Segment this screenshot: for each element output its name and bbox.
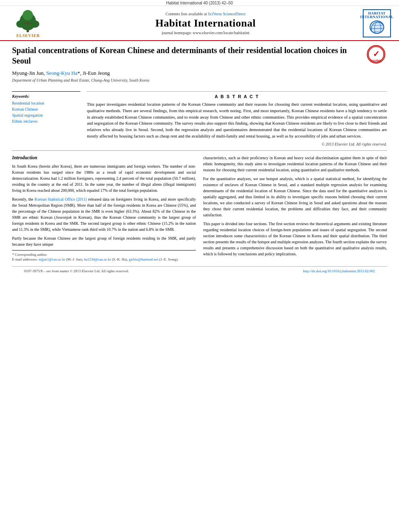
journal-title: Habitat International: [56, 17, 356, 29]
keyword-2[interactable]: Korean Chinese: [12, 106, 80, 112]
journal-center: Contents lists available at SciVerse Sci…: [56, 12, 356, 35]
footnote-area: * Corresponding author. E-mail addresses…: [12, 250, 196, 262]
elsevier-tree-icon: [12, 8, 44, 33]
section-divider: [12, 150, 387, 151]
email-link-jun[interactable]: mjjun1@cau.ac.kr: [39, 257, 65, 261]
journal-header: ELSEVIER Contents lists available at Sci…: [0, 6, 399, 41]
crossmark-icon: ✓ CrossMark: [367, 45, 385, 64]
footnote-emails: E-mail addresses: mjjun1@cau.ac.kr (M.-J…: [12, 257, 196, 262]
bottom-bar: 0197-3975/$ – see front matter © 2013 El…: [12, 266, 387, 275]
article-authors: Myung-Jin Jun, Seong-Kyu Ha*, Ji-Eun Jeo…: [12, 70, 359, 76]
habitat-badge-title: HABITATINTERNATIONAL: [360, 12, 394, 20]
keywords-abstract-section: Keywords: Residential location Korean Ch…: [12, 91, 387, 146]
author-link-ha[interactable]: Seong-Kyu Ha: [46, 70, 78, 76]
abstract-section: A B S T R A C T This paper investigates …: [87, 91, 387, 146]
keyword-1[interactable]: Residential location: [12, 100, 80, 106]
article-title-section: Spatial concentrations of Korean Chinese…: [12, 45, 387, 88]
svg-point-2: [16, 21, 25, 28]
journal-homepage: journal homepage: www.elsevier.com/locat…: [56, 31, 356, 35]
contents-line: Contents lists available at SciVerse Sci…: [56, 12, 356, 16]
email-link-jeong[interactable]: girlsla@hanmail.net: [129, 257, 158, 261]
body-para-6: This paper is divided into four sections…: [203, 221, 387, 257]
body-para-2: Recently, the Korean Statistical Office …: [12, 196, 196, 232]
keyword-3[interactable]: Spatial segregation: [12, 112, 80, 118]
body-para-5: For the quantitative analyzes, we use ho…: [203, 176, 387, 218]
abstract-copyright: © 2013 Elsevier Ltd. All rights reserved…: [87, 142, 387, 146]
habitat-globe-icon: [370, 21, 384, 33]
article-title: Spatial concentrations of Korean Chinese…: [12, 45, 359, 66]
habitat-badge: HABITATINTERNATIONAL: [359, 9, 395, 37]
sciverse-link[interactable]: SciVerse ScienceDirect: [208, 12, 246, 16]
article-affiliation: Department of Urban Planning and Real Es…: [12, 78, 359, 82]
article-main: Spatial concentrations of Korean Chinese…: [0, 41, 399, 279]
bottom-doi[interactable]: http://dx.doi.org/10.1016/j.habitatint.2…: [303, 269, 375, 273]
bottom-issn: 0197-3975/$ – see front matter © 2013 El…: [24, 269, 129, 273]
abstract-column: A B S T R A C T This paper investigates …: [87, 91, 387, 146]
abstract-text: This paper investigates residential loca…: [87, 101, 387, 140]
abstract-title: A B S T R A C T: [87, 94, 387, 99]
elsevier-label: ELSEVIER: [16, 33, 40, 38]
svg-text:✓: ✓: [373, 49, 380, 58]
svg-point-4: [23, 10, 33, 21]
crossmark-badge[interactable]: ✓ CrossMark: [367, 45, 387, 65]
body-left-col: Introduction In South Korea (herein afte…: [12, 155, 196, 262]
svg-text:CrossMark: CrossMark: [371, 60, 381, 62]
article-title-text: Spatial concentrations of Korean Chinese…: [12, 45, 359, 85]
email-link-ha[interactable]: ha1234@cau.ac.kr: [84, 257, 111, 261]
svg-point-3: [31, 21, 39, 28]
body-para-4: characteristics, such as their proficien…: [203, 155, 387, 173]
body-right-col: characteristics, such as their proficien…: [203, 155, 387, 262]
page-wrapper: Habitat International 40 (2013) 42–50 EL…: [0, 0, 399, 279]
elsevier-logo: ELSEVIER: [4, 8, 52, 38]
body-two-col: Introduction In South Korea (herein afte…: [12, 155, 387, 266]
keywords-box: Keywords: Residential location Korean Ch…: [12, 91, 80, 124]
keyword-4[interactable]: Ethnic enclaves: [12, 118, 80, 124]
korean-stats-link[interactable]: Korean Statistical Office (2011): [35, 197, 87, 201]
keywords-column: Keywords: Residential location Korean Ch…: [12, 91, 80, 146]
keywords-title: Keywords:: [12, 94, 80, 99]
journal-top-bar: Habitat International 40 (2013) 42–50: [0, 0, 399, 6]
introduction-heading: Introduction: [12, 155, 196, 161]
footnote-corresponding: * Corresponding author.: [12, 252, 196, 257]
habitat-badge-box: HABITATINTERNATIONAL: [363, 9, 391, 37]
journal-info: Habitat International 40 (2013) 42–50: [166, 1, 233, 5]
body-para-3: Partly because the Korean Chinese are th…: [12, 235, 196, 247]
body-para-1: In South Korea (herein after Korea), the…: [12, 163, 196, 193]
